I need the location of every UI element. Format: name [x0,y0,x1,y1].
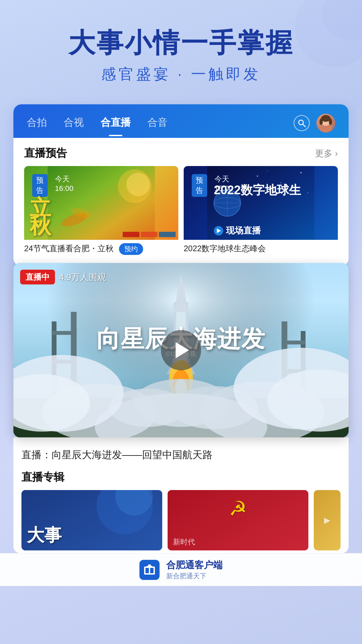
card-2-live-label: 现场直播 [214,225,335,236]
album-section: 直播专辑 大事 [21,465,341,553]
tab-heyun[interactable]: 合音 [147,116,168,136]
search-button[interactable] [294,115,310,131]
nav-icons [294,114,335,138]
preview-card-2-image: 预告 今天 15:00 2022数字地球生 现场直播 [184,166,338,240]
bottom-app-bar: 合肥通客户端 新合肥通天下 [0,553,362,586]
live-card-wrapper: 直播中 4.9万人围观 向星辰大海进发 CCTV央视 直通中国 [13,263,349,437]
hero-title: 大事小情一手掌握 [20,27,342,59]
card-1-time: 今天 16:00 [55,174,73,193]
nav-tabs: 合拍 合视 合直播 合音 [27,116,294,136]
card-2-live-text: 现场直播 [226,225,261,236]
album-card-1-text: 大事 [27,524,62,547]
app-icon [139,560,160,580]
album-card-2-text: 新时代 [173,537,195,547]
album-title: 直播专辑 [21,467,341,490]
card-2-title-area: 2022数字地球生 [214,183,335,197]
live-preview-section-header: 直播预告 更多 › [13,138,349,166]
play-button[interactable] [161,330,201,370]
svg-line-3 [303,124,305,127]
album-card-1[interactable]: 大事 [21,490,162,550]
live-badge-row: 直播中 4.9万人围观 [20,270,106,284]
tab-hezhibo[interactable]: 合直播 [101,116,131,136]
album-card-3[interactable]: ▶ [314,490,341,550]
avatar-button[interactable] [316,114,335,132]
live-stream-caption: 直播：向星辰大海进发——回望中国航天路 [21,443,341,465]
tab-hepai[interactable]: 合拍 [27,116,47,136]
hero-subtitle: 感官盛宴 · 一触即发 [20,64,342,84]
album-card-2[interactable]: ☭ 新时代 [168,490,308,550]
live-card-image: 直播中 4.9万人围观 向星辰大海进发 CCTV央视 直通中国 [13,263,349,437]
card-1-brands [123,232,176,237]
viewer-count: 4.9万人围观 [59,271,106,283]
card-2-badge: 预告 [192,174,207,197]
svg-point-22 [300,172,302,173]
live-badge: 直播中 [20,270,55,284]
album-row: 大事 ☭ 新时代 [21,490,341,550]
card-1-text-2: 秋 [29,215,51,236]
svg-point-12 [126,173,150,196]
app-name-label: 合肥通客户端 [166,559,223,572]
app-info: 合肥通客户端 新合肥通天下 [166,559,223,581]
reserve-btn-1[interactable]: 预约 [119,243,143,255]
more-link[interactable]: 更多 › [315,148,338,159]
live-stream-card[interactable]: 直播中 4.9万人围观 向星辰大海进发 CCTV央视 直通中国 [13,263,349,437]
svg-rect-61 [150,568,154,573]
svg-rect-60 [145,568,149,573]
book-icon [143,563,156,577]
preview-card-1[interactable]: 预告 今天 16:00 立 秋 24节气直播看合肥・立秋 预约 [24,166,178,258]
preview-cards-row: 预告 今天 16:00 立 秋 24节气直播看合肥・立秋 预约 [13,166,349,266]
search-icon [297,119,306,127]
card-1-caption: 24节气直播看合肥・立秋 预约 [24,240,178,258]
svg-point-2 [299,120,303,125]
svg-rect-63 [148,565,151,567]
avatar-image [316,114,335,132]
card-2-caption: 2022数字地球生态峰会 [184,240,338,257]
nav-bar: 合拍 合视 合直播 合音 [13,104,349,138]
tab-heshi[interactable]: 合视 [64,116,84,136]
card-1-badge: 预告 [32,174,48,197]
svg-point-8 [319,118,323,125]
app-slogan-label: 新合肥通天下 [166,572,223,581]
hero-section: 大事小情一手掌握 感官盛宴 · 一触即发 [0,0,362,98]
svg-point-9 [329,118,332,125]
preview-card-1-image: 预告 今天 16:00 立 秋 [24,166,178,240]
preview-card-2[interactable]: 预告 今天 15:00 2022数字地球生 现场直播 2022数字地球生态峰会 [184,166,338,258]
svg-point-24 [267,171,268,171]
play-icon [176,342,189,358]
app-card: 合拍 合视 合直播 合音 [13,104,349,266]
party-emblem: ☭ [229,497,247,520]
section-title: 直播预告 [24,146,67,161]
album-card-3-label: ▶ [321,513,333,528]
live-caption-area: 直播：向星辰大海进发——回望中国航天路 直播专辑 [13,437,349,553]
svg-point-20 [257,175,258,177]
